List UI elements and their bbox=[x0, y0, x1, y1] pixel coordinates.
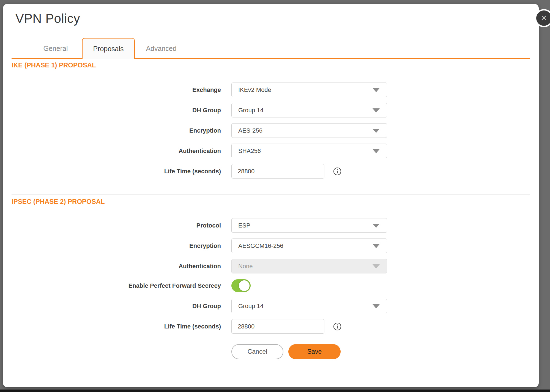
dh-group-p2-label: DH Group bbox=[12, 303, 221, 310]
authentication-label: Authentication bbox=[12, 147, 221, 155]
tab-proposals-label: Proposals bbox=[93, 45, 124, 53]
tab-advanced[interactable]: Advanced bbox=[135, 38, 188, 59]
pfs-toggle[interactable] bbox=[231, 279, 251, 292]
dropdown-arrow-icon bbox=[373, 264, 380, 268]
dh-group-label: DH Group bbox=[12, 107, 221, 114]
encryption-p2-select[interactable]: AESGCM16-256 bbox=[231, 239, 387, 253]
dropdown-arrow-icon bbox=[373, 244, 380, 248]
dh-group-select-value: Group 14 bbox=[238, 107, 264, 114]
lifetime-p2-row: Life Time (seconds) bbox=[12, 319, 530, 334]
exchange-select-value: IKEv2 Mode bbox=[238, 86, 271, 94]
ike-phase1-form: Exchange IKEv2 Mode DH Group Group 14 En… bbox=[12, 83, 530, 179]
tab-advanced-label: Advanced bbox=[146, 45, 176, 53]
lifetime-label: Life Time (seconds) bbox=[12, 168, 221, 175]
lifetime-input[interactable] bbox=[231, 164, 324, 179]
tab-general[interactable]: General bbox=[29, 38, 82, 59]
authentication-p2-select: None bbox=[231, 259, 387, 273]
page-bottom-edge bbox=[0, 390, 550, 392]
encryption-p2-select-value: AESGCM16-256 bbox=[238, 242, 283, 250]
dropdown-arrow-icon bbox=[373, 304, 380, 308]
exchange-label: Exchange bbox=[12, 86, 221, 94]
dropdown-arrow-icon bbox=[373, 224, 380, 228]
ipsec-phase2-form: Protocol ESP Encryption AESGCM16-256 Aut… bbox=[12, 218, 530, 359]
protocol-row: Protocol ESP bbox=[12, 218, 530, 233]
dropdown-arrow-icon bbox=[373, 108, 380, 113]
authentication-row: Authentication SHA256 bbox=[12, 144, 530, 158]
info-icon[interactable] bbox=[333, 322, 341, 331]
dropdown-arrow-icon bbox=[373, 88, 380, 92]
exchange-select[interactable]: IKEv2 Mode bbox=[231, 83, 387, 97]
dh-group-select[interactable]: Group 14 bbox=[231, 103, 387, 117]
authentication-p2-select-value: None bbox=[238, 263, 253, 270]
lifetime-p2-input[interactable] bbox=[231, 319, 324, 334]
info-icon[interactable] bbox=[333, 167, 341, 176]
dh-group-p2-select-value: Group 14 bbox=[238, 303, 264, 310]
dh-group-row: DH Group Group 14 bbox=[12, 103, 530, 117]
encryption-select[interactable]: AES-256 bbox=[231, 123, 387, 138]
section-divider bbox=[12, 194, 530, 195]
encryption-select-value: AES-256 bbox=[238, 127, 262, 134]
cancel-button[interactable]: Cancel bbox=[231, 344, 283, 359]
save-button[interactable]: Save bbox=[288, 344, 341, 359]
ipsec-phase2-heading: IPSEC (PHASE 2) PROPOSAL bbox=[12, 198, 530, 206]
encryption-row: Encryption AES-256 bbox=[12, 123, 530, 138]
dropdown-arrow-icon bbox=[373, 149, 380, 153]
authentication-p2-label: Authentication bbox=[12, 263, 221, 270]
authentication-p2-row: Authentication None bbox=[12, 259, 530, 273]
encryption-label: Encryption bbox=[12, 127, 221, 134]
dropdown-arrow-icon bbox=[373, 129, 380, 133]
authentication-select-value: SHA256 bbox=[238, 147, 261, 155]
encryption-p2-row: Encryption AESGCM16-256 bbox=[12, 239, 530, 253]
encryption-p2-label: Encryption bbox=[12, 242, 221, 250]
tab-general-label: General bbox=[43, 45, 68, 53]
protocol-select-value: ESP bbox=[238, 222, 250, 229]
pfs-label: Enable Perfect Forward Secrecy bbox=[12, 282, 221, 289]
authentication-select[interactable]: SHA256 bbox=[231, 144, 387, 158]
tab-bar: General Proposals Advanced bbox=[12, 38, 530, 59]
close-button[interactable]: ✕ bbox=[536, 10, 550, 26]
pfs-toggle-knob bbox=[239, 280, 250, 291]
protocol-select[interactable]: ESP bbox=[231, 218, 387, 233]
dialog-footer: Cancel Save bbox=[231, 344, 530, 359]
pfs-row: Enable Perfect Forward Secrecy bbox=[12, 279, 530, 292]
lifetime-row: Life Time (seconds) bbox=[12, 164, 530, 179]
dh-group-p2-row: DH Group Group 14 bbox=[12, 299, 530, 313]
vpn-policy-dialog: VPN Policy General Proposals Advanced IK… bbox=[3, 4, 539, 387]
exchange-row: Exchange IKEv2 Mode bbox=[12, 83, 530, 97]
lifetime-p2-label: Life Time (seconds) bbox=[12, 323, 221, 330]
page-title: VPN Policy bbox=[15, 11, 530, 26]
close-icon: ✕ bbox=[541, 14, 547, 22]
dh-group-p2-select[interactable]: Group 14 bbox=[231, 299, 387, 313]
ike-phase1-heading: IKE (PHASE 1) PROPOSAL bbox=[12, 61, 530, 69]
tab-proposals[interactable]: Proposals bbox=[82, 38, 135, 59]
protocol-label: Protocol bbox=[12, 222, 221, 229]
